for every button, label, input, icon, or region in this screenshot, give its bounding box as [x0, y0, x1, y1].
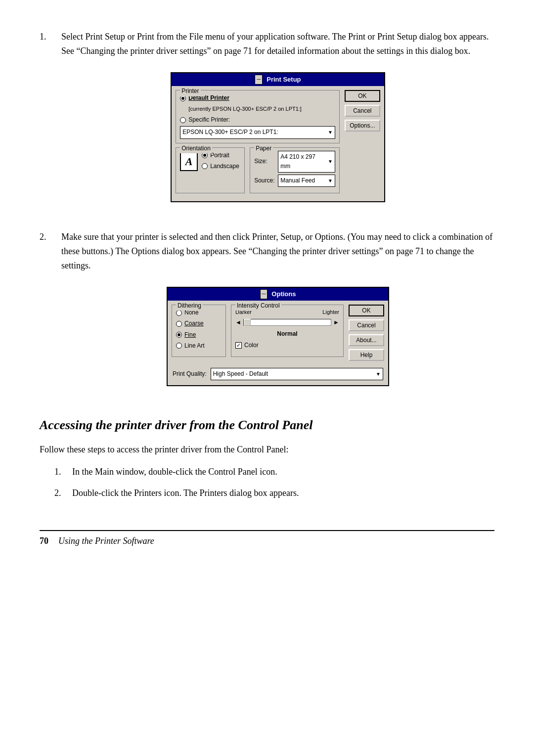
sub-step-2-number: 2.	[54, 486, 64, 500]
print-setup-ok-button[interactable]: OK	[345, 90, 380, 102]
page-footer: 70 Using the Printer Software	[40, 530, 494, 546]
printer-group-label: Printer	[180, 87, 200, 96]
normal-label: Normal	[235, 329, 339, 339]
line-art-radio[interactable]: Line Art	[176, 341, 222, 351]
orientation-inner: A Portrait	[180, 151, 240, 173]
print-quality-value: High Speed - Default	[213, 369, 268, 379]
orientation-radios: Portrait Landscape	[202, 151, 239, 173]
line-art-radio-circle	[176, 343, 182, 349]
specific-printer-value: EPSON LQ-300+ ESC/P 2 on LPT1:	[182, 128, 278, 137]
coarse-radio-circle	[176, 321, 182, 327]
print-quality-row: Print Quality: High Speed - Default ▼	[168, 368, 388, 385]
dithering-group-label: Dithering	[176, 301, 203, 311]
main-content: 1. Select Print Setup or Print from the …	[40, 30, 494, 546]
portrait-radio-circle	[202, 152, 208, 158]
options-about-button[interactable]: About...	[349, 334, 384, 346]
slider-thumb[interactable]	[244, 319, 251, 326]
orientation-group: Orientation A	[176, 147, 245, 194]
step-1-number: 1.	[40, 30, 53, 218]
section-intro: Follow these steps to access the printer…	[40, 443, 494, 457]
letter-a: A	[185, 153, 193, 170]
specific-printer-field[interactable]: EPSON LQ-300+ ESC/P 2 on LPT1: ▼	[180, 126, 335, 138]
paper-size-row: Size: A4 210 x 297 mm ▼	[254, 151, 335, 173]
line-art-label: Line Art	[184, 341, 205, 351]
landscape-label: Landscape	[210, 162, 239, 171]
landscape-radio[interactable]: Landscape	[202, 162, 239, 171]
page-number: 70	[40, 536, 48, 546]
dithering-group: Dithering None Coarse	[172, 305, 226, 357]
intensity-slider-row: ◄ ►	[235, 318, 339, 327]
sub-step-2-text: Double-click the Printers icon. The Prin…	[72, 486, 299, 500]
size-value: A4 210 x 297 mm	[280, 152, 326, 171]
coarse-radio[interactable]: Coarse	[176, 319, 222, 328]
options-title: Options	[271, 289, 296, 300]
orientation-paper-row: Orientation A	[176, 147, 340, 198]
sub-steps-list: 1. In the Main window, double-click the …	[54, 465, 494, 500]
options-dialog: ─ Options Dithering None	[167, 287, 389, 387]
sub-step-1-text: In the Main window, double-click the Con…	[72, 465, 277, 479]
print-setup-dialog-container: ─ Print Setup Printer Default Pri	[61, 72, 494, 203]
footer-text: Using the Printer Software	[58, 536, 154, 546]
size-dropdown[interactable]: A4 210 x 297 mm ▼	[278, 151, 335, 173]
specific-printer-radio-circle	[180, 117, 186, 123]
specific-printer-dropdown[interactable]: EPSON LQ-300+ ESC/P 2 on LPT1: ▼	[180, 126, 335, 138]
lighter-label: Lighter	[322, 308, 339, 317]
options-help-button[interactable]: Help	[349, 349, 384, 361]
print-setup-cancel-button[interactable]: Cancel	[345, 105, 380, 117]
options-cancel-button[interactable]: Cancel	[349, 319, 384, 331]
orientation-group-label: Orientation	[180, 144, 212, 153]
color-checkbox-row: ✓ Color	[235, 341, 339, 350]
print-setup-body: Printer Default Printer [currently EPSON…	[172, 86, 384, 201]
paper-source-row: Source: Manual Feed ▼	[254, 175, 335, 187]
print-setup-options-button[interactable]: Options...	[345, 120, 380, 132]
currently-text: [currently EPSON LQ-300+ ESC/P 2 on LPT1…	[188, 105, 335, 114]
print-setup-dialog: ─ Print Setup Printer Default Pri	[171, 72, 385, 203]
section-heading: Accessing the printer driver from the Co…	[40, 418, 494, 433]
paper-group-label: Paper	[254, 144, 273, 153]
default-printer-radio-circle	[180, 95, 186, 101]
options-title-bar: ─ Options	[168, 288, 388, 301]
title-bar-icon: ─	[255, 75, 263, 85]
sub-step-1: 1. In the Main window, double-click the …	[54, 465, 494, 479]
step-1-text: Select Print Setup or Print from the Fil…	[61, 30, 494, 58]
options-title-icon: ─	[260, 289, 268, 299]
options-buttons: OK Cancel About... Help	[349, 305, 384, 361]
coarse-label: Coarse	[184, 319, 204, 328]
print-setup-main: Printer Default Printer [currently EPSON…	[176, 90, 340, 197]
print-quality-label: Print Quality:	[173, 369, 207, 379]
source-dropdown[interactable]: Manual Feed ▼	[278, 175, 335, 187]
step-2-item: 2. Make sure that your printer is select…	[40, 230, 494, 402]
paper-group: Paper Size: A4 210 x 297 mm ▼	[250, 147, 340, 194]
color-checkbox[interactable]: ✓	[235, 342, 242, 349]
specific-printer-radio[interactable]: Specific Printer:	[180, 115, 335, 125]
fine-label: Fine	[184, 330, 196, 340]
fine-radio[interactable]: Fine	[176, 330, 222, 340]
size-arrow: ▼	[328, 158, 333, 166]
options-ok-button[interactable]: OK	[349, 305, 384, 316]
color-label: Color	[244, 341, 259, 350]
options-body: Dithering None Coarse	[168, 301, 388, 365]
print-setup-buttons: OK Cancel Options...	[345, 90, 380, 197]
portrait-label: Portrait	[210, 151, 229, 160]
print-quality-arrow: ▼	[376, 370, 381, 378]
print-quality-dropdown[interactable]: High Speed - Default ▼	[211, 368, 383, 380]
print-setup-title-bar: ─ Print Setup	[172, 73, 384, 87]
source-value: Manual Feed	[280, 176, 315, 185]
source-arrow: ▼	[328, 177, 333, 185]
source-label: Source:	[254, 176, 275, 185]
fine-radio-circle	[176, 332, 182, 338]
print-setup-title: Print Setup	[267, 75, 301, 85]
specific-printer-arrow: ▼	[328, 129, 333, 136]
slider-right-arrow: ►	[333, 318, 339, 327]
options-dialog-container: ─ Options Dithering None	[61, 287, 494, 387]
main-steps-list: 1. Select Print Setup or Print from the …	[40, 30, 494, 402]
step-2-text: Make sure that your printer is selected …	[61, 230, 494, 272]
specific-printer-label: Specific Printer:	[188, 115, 230, 125]
default-printer-radio[interactable]: Default Printer	[180, 93, 335, 103]
step-1-item: 1. Select Print Setup or Print from the …	[40, 30, 494, 218]
sub-step-2: 2. Double-click the Printers icon. The P…	[54, 486, 494, 500]
intensity-group: Intensity Control Darker Lighter ◄	[231, 305, 344, 357]
step-2-number: 2.	[40, 230, 53, 402]
slider-left-arrow: ◄	[235, 318, 241, 327]
intensity-slider[interactable]	[243, 319, 331, 326]
